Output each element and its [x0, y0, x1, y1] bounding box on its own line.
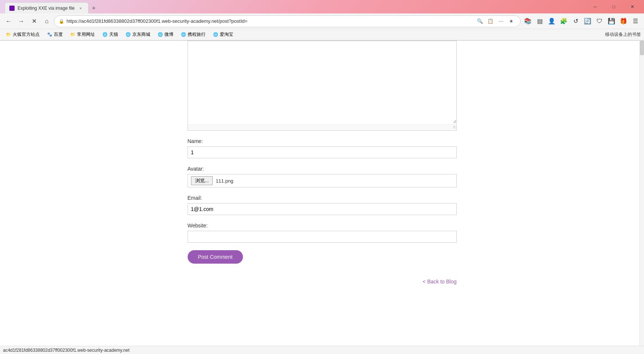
comment-field-wrapper: ⠿ — [188, 41, 457, 131]
avatar-label: Avatar: — [188, 166, 457, 172]
new-tab-button[interactable]: + — [89, 3, 99, 13]
avatar-field: Avatar: 浏览... 111.png — [188, 166, 457, 187]
bookmark-ctrip[interactable]: 🌐 携程旅行 — [178, 31, 209, 38]
bookmark-label: 京东商城 — [132, 31, 150, 38]
minimize-button[interactable]: ─ — [586, 0, 604, 13]
search-icon[interactable]: 🔍 — [475, 17, 484, 26]
tab-favicon — [9, 6, 15, 11]
security-icon: 🔒 — [59, 19, 64, 24]
save-icon[interactable]: 💾 — [606, 16, 617, 27]
active-tab[interactable]: Exploiting XXE via image file × — [4, 2, 89, 13]
browser-chrome: Exploiting XXE via image file × + ─ □ ✕ … — [0, 0, 644, 41]
back-to-blog-link[interactable]: < Back to Blog — [423, 279, 457, 285]
bookmark-folder-icon: 📁 — [70, 32, 76, 37]
website-input[interactable] — [188, 231, 457, 243]
address-bar-actions: 🔍 📋 ⋯ ★ — [475, 17, 516, 26]
bookmark-globe-icon: 🌐 — [181, 32, 186, 37]
avatar-input-wrapper: 浏览... 111.png — [188, 174, 457, 187]
bookmark-weibo[interactable]: 🌐 微博 — [155, 31, 176, 38]
file-name-display: 111.png — [216, 178, 233, 184]
address-bar[interactable]: 🔒 https://ac4d1f281fd86338802d37ff002300… — [54, 15, 521, 27]
bookmark-globe-icon: 🌐 — [102, 32, 108, 37]
comment-textarea[interactable] — [188, 41, 456, 123]
bookmarks-bar: 📁 火狐官方站点 🐾 百度 📁 常用网址 🌐 天猫 🌐 京东商城 🌐 微博 🌐 … — [0, 29, 644, 40]
mobile-bookmarks: 移动设备上的书签 — [605, 31, 641, 38]
back-to-blog-wrapper: < Back to Blog — [188, 275, 457, 285]
bookmark-label: 百度 — [54, 31, 63, 38]
forward-button[interactable]: → — [16, 16, 27, 27]
library-icon[interactable]: 📚 — [522, 16, 533, 27]
tab-title: Exploiting XXE via image file — [18, 6, 75, 11]
container-icon[interactable]: 📋 — [486, 17, 495, 26]
post-comment-button[interactable]: Post Comment — [188, 250, 243, 264]
scrollbar-track — [640, 40, 644, 346]
window-controls: ─ □ ✕ — [586, 0, 641, 13]
refresh-icon[interactable]: 🔄 — [582, 16, 593, 27]
shield-icon[interactable]: 🛡 — [594, 16, 605, 27]
bookmark-label: 常用网址 — [77, 31, 95, 38]
comment-form-container: ⠿ Name: Avatar: 浏览... 111.png Email: Web… — [180, 41, 464, 299]
bookmark-icon[interactable]: ★ — [507, 17, 516, 26]
bookmark-globe-icon: 🌐 — [126, 32, 131, 37]
more-options-icon[interactable]: ⋯ — [496, 17, 505, 26]
nav-bar: ← → ✕ ⌂ 🔒 https://ac4d1f281fd86338802d37… — [0, 13, 644, 29]
email-input[interactable] — [188, 203, 457, 215]
email-label: Email: — [188, 195, 457, 201]
synced-tabs-icon[interactable]: 👤 — [546, 16, 557, 27]
reload-button[interactable]: ✕ — [28, 16, 40, 27]
tab-close-button[interactable]: × — [78, 5, 84, 11]
bookmark-common[interactable]: 📁 常用网址 — [67, 31, 98, 38]
status-bar: ac4d1f281fd86338802d37ff002300f1.web-sec… — [0, 346, 644, 354]
resize-icon: ⠿ — [453, 125, 456, 130]
bookmark-folder-icon: 📁 — [6, 32, 11, 37]
website-label: Website: — [188, 223, 457, 229]
bookmark-tmall[interactable]: 🌐 天猫 — [99, 31, 121, 38]
page-content: ⠿ Name: Avatar: 浏览... 111.png Email: Web… — [0, 41, 644, 354]
resize-handle: ⠿ — [188, 124, 456, 130]
maximize-button[interactable]: □ — [605, 0, 622, 13]
bookmark-label: 微博 — [164, 31, 173, 38]
status-url: ac4d1f281fd86338802d37ff002300f1.web-sec… — [3, 348, 129, 353]
bookmark-label: 爱淘宝 — [220, 31, 233, 38]
website-field: Website: — [188, 223, 457, 243]
sidebar-icon[interactable]: ▤ — [534, 16, 545, 27]
bookmark-foxsite[interactable]: 📁 火狐官方站点 — [3, 31, 43, 38]
browse-button[interactable]: 浏览... — [191, 176, 213, 185]
nav-extra-buttons: 📚 ▤ 👤 🧩 ↺ 🔄 🛡 💾 🎁 ☰ — [522, 16, 641, 27]
browser-titlebar: Exploiting XXE via image file × + ─ □ ✕ — [0, 0, 644, 13]
name-input[interactable] — [188, 146, 457, 158]
close-button[interactable]: ✕ — [624, 0, 641, 13]
name-field: Name: — [188, 138, 457, 158]
back-history-icon[interactable]: ↺ — [570, 16, 581, 27]
extensions-icon[interactable]: 🧩 — [558, 16, 569, 27]
bookmark-label: 天猫 — [109, 31, 118, 38]
scrollbar-thumb[interactable] — [640, 40, 644, 55]
bookmark-globe-icon: 🌐 — [213, 32, 218, 37]
bookmark-baidu[interactable]: 🐾 百度 — [44, 31, 66, 38]
bookmark-jd[interactable]: 🌐 京东商城 — [123, 31, 153, 38]
url-display: https://ac4d1f281fd86338802d37ff002300f1… — [67, 18, 473, 24]
home-button[interactable]: ⌂ — [41, 16, 52, 27]
tab-bar: Exploiting XXE via image file × + — [3, 0, 101, 13]
back-button[interactable]: ← — [3, 16, 14, 27]
bookmark-label: 携程旅行 — [188, 31, 206, 38]
menu-icon[interactable]: ☰ — [630, 16, 641, 27]
bookmark-baidu-icon: 🐾 — [47, 32, 52, 37]
bookmark-label: 火狐官方站点 — [13, 31, 40, 38]
bookmark-taobao[interactable]: 🌐 爱淘宝 — [210, 31, 236, 38]
gift-icon[interactable]: 🎁 — [618, 16, 629, 27]
email-field: Email: — [188, 195, 457, 215]
bookmark-globe-icon: 🌐 — [158, 32, 163, 37]
name-label: Name: — [188, 138, 457, 144]
